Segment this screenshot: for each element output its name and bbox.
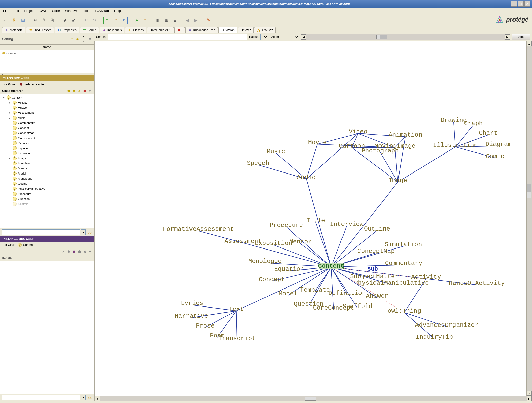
grid-icon[interactable]: ⊞ <box>171 17 178 24</box>
copy-icon[interactable]: ⎘ <box>40 17 47 24</box>
minimize-button[interactable]: ‒ <box>511 1 517 7</box>
c-icon[interactable]: C <box>112 17 119 24</box>
tab-owlclasses[interactable]: OWLClasses <box>26 27 54 33</box>
tree-item-interview[interactable]: CInterview <box>0 161 94 166</box>
zoom-select[interactable]: Zoom <box>270 34 299 40</box>
tab-metadata[interactable]: Metadata <box>2 27 25 33</box>
tab-knowledge-tree[interactable]: Knowledge Tree <box>185 27 218 33</box>
dropdown-icon[interactable]: ▾ <box>88 89 92 93</box>
close-button[interactable]: ✕ <box>524 1 530 7</box>
tree-item-content[interactable]: ▾CContent <box>0 95 94 100</box>
burst-icon[interactable]: ✹ <box>72 249 76 254</box>
help-icon[interactable]: ? <box>103 17 110 24</box>
scroll-thumb[interactable] <box>376 35 387 39</box>
hscroll-thumb[interactable] <box>305 397 316 401</box>
d-icon[interactable]: D <box>121 17 128 24</box>
menu-code[interactable]: Code <box>52 9 60 13</box>
vscroll-thumb[interactable] <box>527 184 531 198</box>
refresh-icon[interactable]: ⟳ <box>142 17 149 24</box>
tree-item-mentor[interactable]: CMentor <box>0 166 94 171</box>
tab-ontoviz[interactable]: Ontoviz <box>238 27 254 33</box>
action-icon[interactable]: ☀ <box>77 89 82 93</box>
dropdown-button[interactable]: ▼ <box>81 229 86 235</box>
menu-tools[interactable]: Tools <box>82 9 89 13</box>
add-person-icon[interactable]: ⊕ <box>75 36 80 41</box>
tree-item-assessment[interactable]: ▸CAssessment <box>0 110 94 115</box>
next-icon[interactable]: ▶ <box>192 17 199 24</box>
paste-icon[interactable]: ⎗ <box>49 17 56 24</box>
edit-icon[interactable]: ✎ <box>205 17 212 24</box>
tree-item-image[interactable]: ▸CImage <box>0 156 94 161</box>
scroll-left-icon[interactable]: ◀ <box>95 396 100 401</box>
stop-button[interactable]: Stop <box>512 34 530 40</box>
dropdown-icon[interactable]: ▾ <box>88 249 92 254</box>
scroll-left-icon[interactable]: ◀ <box>301 34 306 40</box>
cut-icon[interactable]: ✂ <box>32 17 39 24</box>
instance-list[interactable] <box>0 261 94 394</box>
binoculars-icon[interactable]: ⌕⌕ <box>87 230 93 234</box>
scroll-up-icon[interactable]: ▲ <box>527 41 532 46</box>
delete-icon[interactable]: ✖ <box>82 89 87 93</box>
prev-icon[interactable]: ◀ <box>184 17 191 24</box>
tab-owlviz[interactable]: OWLViz <box>254 27 276 33</box>
delete-icon[interactable]: ✖ <box>82 249 87 254</box>
tab-individuals[interactable]: Individuals <box>100 27 125 33</box>
menu-owl[interactable]: OWL <box>40 9 47 13</box>
tree-item-equation[interactable]: CEquation <box>0 146 94 151</box>
binoculars-icon[interactable]: ⌕⌕ <box>87 396 93 400</box>
menu-project[interactable]: Project <box>24 9 34 13</box>
tree-item-audio[interactable]: ▸CAudio <box>0 115 94 120</box>
instance-filter-input[interactable] <box>2 395 80 400</box>
save-file-icon[interactable]: ▤ <box>19 17 26 24</box>
maximize-button[interactable]: □ <box>518 1 524 7</box>
burst-icon[interactable]: ✱ <box>88 36 92 41</box>
search-input[interactable] <box>108 34 247 40</box>
graph-canvas[interactable]: VideoMovieCartoonMovingImageAnimationPho… <box>94 41 526 396</box>
add-icon[interactable]: ✱ <box>66 249 71 254</box>
icon[interactable]: ⬢ <box>77 249 82 254</box>
menu-help[interactable]: Help <box>114 9 121 13</box>
toggle-icons[interactable]: ▪▫ <box>81 34 86 43</box>
menu-edit[interactable]: Edit <box>13 9 19 13</box>
window-icon[interactable]: ▦ <box>163 17 170 24</box>
tab-properties[interactable]: Properties <box>55 27 79 33</box>
class-filter-input[interactable] <box>2 229 80 235</box>
tree-item-concept[interactable]: CConcept <box>0 125 94 130</box>
radius-select[interactable]: 9 <box>260 34 268 40</box>
tab-datagenie-v1-1[interactable]: DataGenie v1.1 <box>147 27 174 33</box>
tree-item-model[interactable]: CModel <box>0 171 94 176</box>
search-icon[interactable]: ⌕ <box>61 249 66 254</box>
tree-item-conceptmap[interactable]: CConceptMap <box>0 130 94 136</box>
tree-item-procedure[interactable]: CProcedure <box>0 191 94 196</box>
scroll-right-icon[interactable]: ▶ <box>505 34 510 40</box>
zoom-slider[interactable]: ◀ ▶ <box>301 34 510 40</box>
menu-file[interactable]: File <box>3 9 8 13</box>
tree-item-outline[interactable]: COutline <box>0 181 94 186</box>
divider-arrows[interactable]: ▲▼ <box>0 73 94 75</box>
doc-icon[interactable]: ▥ <box>154 17 161 24</box>
add-icon[interactable]: ⊕ <box>70 36 74 41</box>
redo-icon[interactable]: ↷ <box>91 17 98 24</box>
tab-tgviztab[interactable]: TGVizTab <box>218 27 237 33</box>
tree-item-definition[interactable]: CDefinition <box>0 141 94 146</box>
tree-item-question[interactable]: CQuestion <box>0 196 94 201</box>
tree-item-activity[interactable]: ▸CActivity <box>0 100 94 105</box>
vertical-scrollbar[interactable]: ▲ ▼ <box>526 41 532 396</box>
tree-item-physicalmanipulative[interactable]: CPhysicalManipulative <box>0 186 94 191</box>
run-icon[interactable]: ➤ <box>133 17 140 24</box>
frame-item-content[interactable]: Content <box>2 51 92 55</box>
tree-item-commentary[interactable]: CCommentary <box>0 120 94 125</box>
scroll-down-icon[interactable]: ▼ <box>527 391 532 396</box>
tree-item-monologue[interactable]: CMonologue <box>0 176 94 181</box>
action-icon[interactable]: ✱ <box>66 89 71 93</box>
tree-item-scaffold[interactable]: CScaffold <box>0 201 94 206</box>
export-icon[interactable]: ⬈ <box>61 17 68 24</box>
open-file-icon[interactable]: ⎘ <box>11 17 18 24</box>
tree-item-coreconcept[interactable]: CCoreConcept <box>0 136 94 141</box>
undo-icon[interactable]: ↶ <box>82 17 89 24</box>
vscroll-track[interactable] <box>527 46 532 391</box>
tab-red-square[interactable] <box>174 27 185 33</box>
dropdown-button[interactable]: ▼ <box>81 395 86 400</box>
menu-tgviztab[interactable]: TGVizTab <box>94 9 109 13</box>
action-icon[interactable]: ✱ <box>72 89 76 93</box>
